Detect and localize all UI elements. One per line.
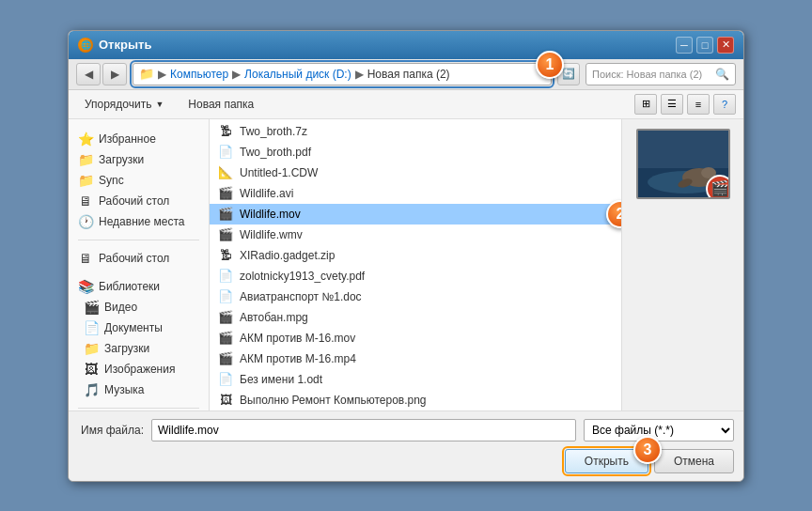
app-icon: 🌐 [78,38,93,53]
nav-arrows: ◀ ▶ [76,63,127,85]
sidebar-label-video: Видео [104,301,137,314]
window-controls: ─ □ ✕ [676,37,734,54]
file-icon: 📄 [217,372,234,387]
sidebar-label-sync: Sync [99,174,124,187]
sidebar-item-sync[interactable]: 📁 Sync [69,170,209,191]
sidebar-item-desktop2[interactable]: 🖥 Рабочий стол [69,248,209,269]
images-icon: 🖼 [84,362,99,377]
search-placeholder: Поиск: Новая папка (2) [592,69,702,80]
maximize-button[interactable]: □ [696,37,713,54]
libraries-section: 📚 Библиотеки 🎬 Видео 📄 Документы 📁 Загру… [69,272,209,404]
list-item[interactable]: 📄 Авиатранспорт №1.doc [210,286,621,307]
favorites-section: ⭐ Избранное 📁 Загрузки 📁 Sync 🖥 Рабочий … [69,125,209,236]
file-name: АКМ против М-16.mp4 [240,352,356,365]
file-icon: 🎬 [217,351,234,366]
libraries-icon: 📚 [78,279,93,294]
file-name: Two_broth.7z [240,125,307,138]
list-item[interactable]: 🎬 АКМ против М-16.mov [210,328,621,348]
sidebar-label-desktop2: Рабочий стол [99,252,169,265]
new-folder-label: Новая папка [188,98,254,111]
breadcrumb-part-3: Новая папка (2) [367,68,450,81]
recent-icon: 🕐 [78,214,93,229]
file-list-container: 🗜 Two_broth.7z 📄 Two_broth.pdf 📐 Untitle… [210,119,621,410]
file-name: zolotnicky1913_cvety.pdf [240,270,365,283]
sidebar-item-documents[interactable]: 📄 Документы [69,317,209,338]
sidebar-divider-2 [78,408,199,409]
help-button[interactable]: ? [713,94,736,115]
open-dialog: 🌐 Открыть ─ □ ✕ ◀ ▶ 📁 ▶ Компьютер ▶ Лока… [68,30,744,482]
view-grid-button[interactable]: ⊞ [634,94,657,115]
title-bar-left: 🌐 Открыть [78,38,151,53]
file-name: Без имени 1.odt [240,373,322,386]
breadcrumb-sep2: ▶ [232,68,241,81]
sidebar: ⭐ Избранное 📁 Загрузки 📁 Sync 🖥 Рабочий … [69,119,210,410]
sidebar-label-downloads: Загрузки [99,153,144,166]
organize-button[interactable]: Упорядочить ▼ [76,94,172,115]
filename-row: Имя файла: Все файлы (*.*) [78,419,734,441]
organize-label: Упорядочить [85,98,151,111]
file-icon: 🗜 [217,124,234,139]
breadcrumb-sep3: ▶ [355,68,364,81]
sidebar-item-downloads[interactable]: 📁 Загрузки [69,149,209,170]
list-item[interactable]: 🗜 Two_broth.7z [210,121,621,142]
documents-icon: 📄 [84,320,99,335]
list-item[interactable]: 🎬 АКМ против М-16.mp4 [210,348,621,369]
minimize-button[interactable]: ─ [676,37,693,54]
main-area: ⭐ Избранное 📁 Загрузки 📁 Sync 🖥 Рабочий … [69,119,743,410]
sidebar-item-favorites[interactable]: ⭐ Избранное [69,129,209,149]
file-icon: 📐 [217,165,234,180]
sidebar-item-music[interactable]: 🎵 Музыка [69,379,209,400]
file-name: АКМ против М-16.mov [240,332,355,345]
back-button[interactable]: ◀ [76,63,101,85]
organize-dropdown-icon: ▼ [155,100,164,109]
file-name: Two_broth.pdf [240,146,311,159]
preview-thumbnail: 🎬 [636,129,730,199]
sidebar-item-downloads2[interactable]: 📁 Загрузки [69,338,209,359]
list-item[interactable]: 🖼 Выполню Ремонт Компьютеров.png [210,390,621,410]
list-item-selected[interactable]: 🎬 Wildlife.mov 2 [210,204,621,225]
view-list-button[interactable]: ☰ [661,94,683,115]
sidebar-item-recent[interactable]: 🕐 Недавние места [69,211,209,232]
breadcrumb-part-2: Локальный диск (D:) [244,68,351,81]
cancel-button[interactable]: Отмена [654,449,734,473]
file-name: Автобан.mpg [240,311,308,324]
list-item[interactable]: 🗜 XIRadio.gadget.zip [210,245,621,266]
filetype-select[interactable]: Все файлы (*.*) [584,419,734,441]
list-item[interactable]: 📄 Two_broth.pdf [210,142,621,163]
nav-bar: ◀ ▶ 📁 ▶ Компьютер ▶ Локальный диск (D:) … [69,59,743,90]
list-item[interactable]: 🎬 Автобан.mpg [210,307,621,328]
sidebar-item-video[interactable]: 🎬 Видео [69,297,209,317]
list-item[interactable]: 🎬 Wildlife.avi [210,183,621,204]
file-icon: 🎬 [217,310,234,325]
list-item[interactable]: 📐 Untitled-1.CDW [210,163,621,183]
file-name: Wildlife.avi [240,187,293,200]
dialog-title: Открыть [99,38,151,52]
file-icon: 🖼 [217,393,234,408]
toolbar: Упорядочить ▼ Новая папка ⊞ ☰ ≡ ? [69,90,743,119]
sidebar-item-libraries[interactable]: 📚 Библиотеки [69,276,209,297]
view-details-button[interactable]: ≡ [687,94,710,115]
forward-button[interactable]: ▶ [102,63,127,85]
preview-panel: 🎬 [621,119,743,410]
file-list[interactable]: 🗜 Two_broth.7z 📄 Two_broth.pdf 📐 Untitle… [210,119,621,410]
sidebar-item-desktop[interactable]: 🖥 Рабочий стол [69,191,209,211]
filename-input[interactable] [151,419,576,441]
list-item[interactable]: 🎬 Wildlife.wmv [210,225,621,245]
breadcrumb-part-1: Компьютер [170,68,228,81]
file-icon: 📄 [217,145,234,160]
search-bar[interactable]: Поиск: Новая папка (2) 🔍 [586,63,736,85]
close-button[interactable]: ✕ [717,37,734,54]
breadcrumb-sep: ▶ [158,68,166,81]
list-item[interactable]: 📄 Без имени 1.odt [210,369,621,390]
new-folder-button[interactable]: Новая папка [180,94,262,115]
search-icon[interactable]: 🔍 [715,68,729,81]
file-name-selected: Wildlife.mov [240,208,301,221]
file-name: XIRadio.gadget.zip [240,249,335,262]
desktop2-icon: 🖥 [78,251,93,266]
sidebar-item-images[interactable]: 🖼 Изображения [69,359,209,379]
list-item[interactable]: 📄 zolotnicky1913_cvety.pdf [210,266,621,286]
folder-icon: 📁 [78,152,93,167]
desktop-section: 🖥 Рабочий стол [69,244,209,272]
sync-icon: 📁 [78,173,93,188]
breadcrumb-bar[interactable]: 📁 ▶ Компьютер ▶ Локальный диск (D:) ▶ Но… [133,63,552,85]
